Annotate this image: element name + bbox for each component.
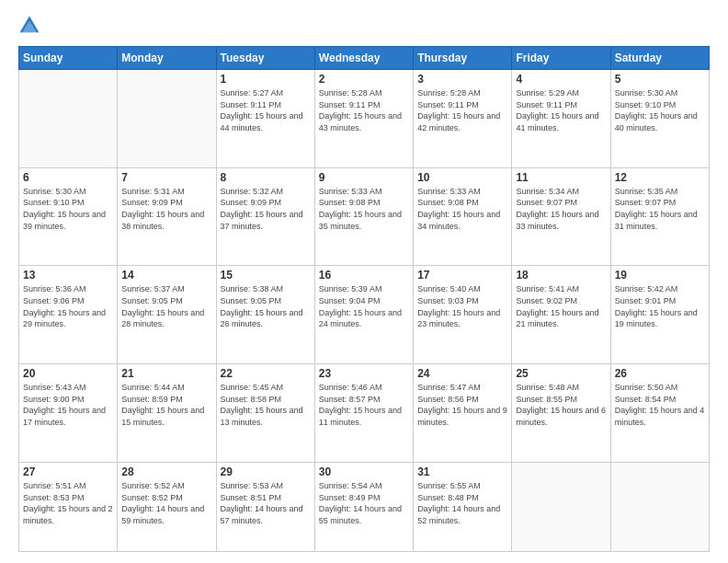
day-number: 17: [417, 269, 507, 282]
day-number: 9: [319, 171, 409, 184]
calendar-cell: 18Sunrise: 5:41 AM Sunset: 9:02 PM Dayli…: [512, 266, 610, 364]
calendar-cell: 23Sunrise: 5:46 AM Sunset: 8:57 PM Dayli…: [314, 364, 413, 463]
day-info: Sunrise: 5:48 AM Sunset: 8:55 PM Dayligh…: [516, 382, 606, 428]
week-row-4: 20Sunrise: 5:43 AM Sunset: 9:00 PM Dayli…: [19, 364, 710, 463]
calendar-cell: [512, 462, 610, 551]
day-info: Sunrise: 5:42 AM Sunset: 9:01 PM Dayligh…: [615, 283, 705, 329]
day-info: Sunrise: 5:47 AM Sunset: 8:56 PM Dayligh…: [417, 382, 507, 428]
day-number: 15: [221, 269, 311, 282]
day-info: Sunrise: 5:53 AM Sunset: 8:51 PM Dayligh…: [221, 480, 311, 526]
day-info: Sunrise: 5:30 AM Sunset: 9:10 PM Dayligh…: [23, 186, 113, 232]
day-info: Sunrise: 5:31 AM Sunset: 9:09 PM Dayligh…: [121, 186, 211, 232]
day-info: Sunrise: 5:29 AM Sunset: 9:11 PM Dayligh…: [516, 87, 606, 133]
logo: [18, 15, 44, 37]
day-info: Sunrise: 5:41 AM Sunset: 9:02 PM Dayligh…: [516, 283, 606, 329]
day-info: Sunrise: 5:54 AM Sunset: 8:49 PM Dayligh…: [319, 480, 409, 526]
day-info: Sunrise: 5:35 AM Sunset: 9:07 PM Dayligh…: [615, 186, 705, 232]
day-number: 18: [516, 269, 606, 282]
calendar-cell: 21Sunrise: 5:44 AM Sunset: 8:59 PM Dayli…: [118, 364, 216, 463]
calendar-cell: 22Sunrise: 5:45 AM Sunset: 8:58 PM Dayli…: [216, 364, 314, 463]
calendar-cell: 1Sunrise: 5:27 AM Sunset: 9:11 PM Daylig…: [216, 70, 314, 168]
week-row-5: 27Sunrise: 5:51 AM Sunset: 8:53 PM Dayli…: [19, 462, 710, 551]
day-number: 24: [417, 367, 507, 380]
calendar-cell: 25Sunrise: 5:48 AM Sunset: 8:55 PM Dayli…: [512, 364, 610, 463]
day-number: 26: [615, 367, 705, 380]
calendar-cell: 10Sunrise: 5:33 AM Sunset: 9:08 PM Dayli…: [414, 167, 512, 266]
day-info: Sunrise: 5:40 AM Sunset: 9:03 PM Dayligh…: [417, 283, 507, 329]
day-info: Sunrise: 5:39 AM Sunset: 9:04 PM Dayligh…: [319, 283, 409, 329]
day-number: 29: [221, 465, 311, 478]
day-number: 10: [417, 171, 507, 184]
day-number: 3: [417, 73, 507, 86]
day-info: Sunrise: 5:37 AM Sunset: 9:05 PM Dayligh…: [121, 283, 211, 329]
day-number: 11: [516, 171, 606, 184]
calendar-cell: 17Sunrise: 5:40 AM Sunset: 9:03 PM Dayli…: [414, 266, 512, 364]
day-number: 20: [23, 367, 113, 380]
calendar-cell: 30Sunrise: 5:54 AM Sunset: 8:49 PM Dayli…: [314, 462, 413, 551]
day-number: 14: [121, 269, 211, 282]
calendar-cell: 7Sunrise: 5:31 AM Sunset: 9:09 PM Daylig…: [118, 167, 216, 266]
day-info: Sunrise: 5:44 AM Sunset: 8:59 PM Dayligh…: [121, 382, 211, 428]
calendar-cell: [118, 70, 216, 168]
day-number: 21: [121, 367, 211, 380]
calendar-cell: [610, 462, 709, 551]
day-number: 16: [319, 269, 409, 282]
day-info: Sunrise: 5:50 AM Sunset: 8:54 PM Dayligh…: [615, 382, 705, 428]
page: SundayMondayTuesdayWednesdayThursdayFrid…: [0, 0, 728, 563]
day-info: Sunrise: 5:34 AM Sunset: 9:07 PM Dayligh…: [516, 186, 606, 232]
weekday-header-sunday: Sunday: [19, 47, 118, 70]
calendar-table: SundayMondayTuesdayWednesdayThursdayFrid…: [18, 46, 710, 552]
calendar-cell: 15Sunrise: 5:38 AM Sunset: 9:05 PM Dayli…: [216, 266, 314, 364]
calendar-cell: 2Sunrise: 5:28 AM Sunset: 9:11 PM Daylig…: [314, 70, 413, 168]
calendar-cell: 19Sunrise: 5:42 AM Sunset: 9:01 PM Dayli…: [610, 266, 709, 364]
header: [18, 15, 710, 37]
calendar-cell: 9Sunrise: 5:33 AM Sunset: 9:08 PM Daylig…: [314, 167, 413, 266]
weekday-header-thursday: Thursday: [414, 47, 512, 70]
weekday-header-saturday: Saturday: [610, 47, 709, 70]
day-number: 5: [615, 73, 705, 86]
day-number: 4: [516, 73, 606, 86]
day-number: 31: [417, 465, 507, 478]
day-info: Sunrise: 5:30 AM Sunset: 9:10 PM Dayligh…: [615, 87, 705, 133]
calendar-cell: 14Sunrise: 5:37 AM Sunset: 9:05 PM Dayli…: [118, 266, 216, 364]
day-info: Sunrise: 5:43 AM Sunset: 9:00 PM Dayligh…: [23, 382, 113, 428]
calendar-cell: 27Sunrise: 5:51 AM Sunset: 8:53 PM Dayli…: [19, 462, 118, 551]
logo-icon: [18, 15, 40, 37]
weekday-header-wednesday: Wednesday: [314, 47, 413, 70]
calendar-cell: 24Sunrise: 5:47 AM Sunset: 8:56 PM Dayli…: [414, 364, 512, 463]
day-number: 1: [221, 73, 311, 86]
day-number: 2: [319, 73, 409, 86]
day-number: 13: [23, 269, 113, 282]
calendar-cell: 12Sunrise: 5:35 AM Sunset: 9:07 PM Dayli…: [610, 167, 709, 266]
day-number: 25: [516, 367, 606, 380]
calendar-cell: 11Sunrise: 5:34 AM Sunset: 9:07 PM Dayli…: [512, 167, 610, 266]
calendar-cell: 3Sunrise: 5:28 AM Sunset: 9:11 PM Daylig…: [414, 70, 512, 168]
day-info: Sunrise: 5:36 AM Sunset: 9:06 PM Dayligh…: [23, 283, 113, 329]
calendar-cell: 5Sunrise: 5:30 AM Sunset: 9:10 PM Daylig…: [610, 70, 709, 168]
day-number: 23: [319, 367, 409, 380]
weekday-header-monday: Monday: [118, 47, 216, 70]
day-number: 22: [221, 367, 311, 380]
day-number: 30: [319, 465, 409, 478]
week-row-3: 13Sunrise: 5:36 AM Sunset: 9:06 PM Dayli…: [19, 266, 710, 364]
day-number: 19: [615, 269, 705, 282]
day-info: Sunrise: 5:33 AM Sunset: 9:08 PM Dayligh…: [319, 186, 409, 232]
calendar-cell: 16Sunrise: 5:39 AM Sunset: 9:04 PM Dayli…: [314, 266, 413, 364]
calendar-cell: 6Sunrise: 5:30 AM Sunset: 9:10 PM Daylig…: [19, 167, 118, 266]
calendar-cell: 31Sunrise: 5:55 AM Sunset: 8:48 PM Dayli…: [414, 462, 512, 551]
week-row-1: 1Sunrise: 5:27 AM Sunset: 9:11 PM Daylig…: [19, 70, 710, 168]
day-number: 6: [23, 171, 113, 184]
day-number: 28: [121, 465, 211, 478]
day-info: Sunrise: 5:51 AM Sunset: 8:53 PM Dayligh…: [23, 480, 113, 526]
day-number: 27: [23, 465, 113, 478]
calendar-cell: 28Sunrise: 5:52 AM Sunset: 8:52 PM Dayli…: [118, 462, 216, 551]
day-info: Sunrise: 5:45 AM Sunset: 8:58 PM Dayligh…: [221, 382, 311, 428]
week-row-2: 6Sunrise: 5:30 AM Sunset: 9:10 PM Daylig…: [19, 167, 710, 266]
calendar-cell: 8Sunrise: 5:32 AM Sunset: 9:09 PM Daylig…: [216, 167, 314, 266]
day-number: 12: [615, 171, 705, 184]
day-info: Sunrise: 5:28 AM Sunset: 9:11 PM Dayligh…: [417, 87, 507, 133]
day-number: 7: [121, 171, 211, 184]
day-info: Sunrise: 5:55 AM Sunset: 8:48 PM Dayligh…: [417, 480, 507, 526]
day-info: Sunrise: 5:33 AM Sunset: 9:08 PM Dayligh…: [417, 186, 507, 232]
day-info: Sunrise: 5:32 AM Sunset: 9:09 PM Dayligh…: [221, 186, 311, 232]
